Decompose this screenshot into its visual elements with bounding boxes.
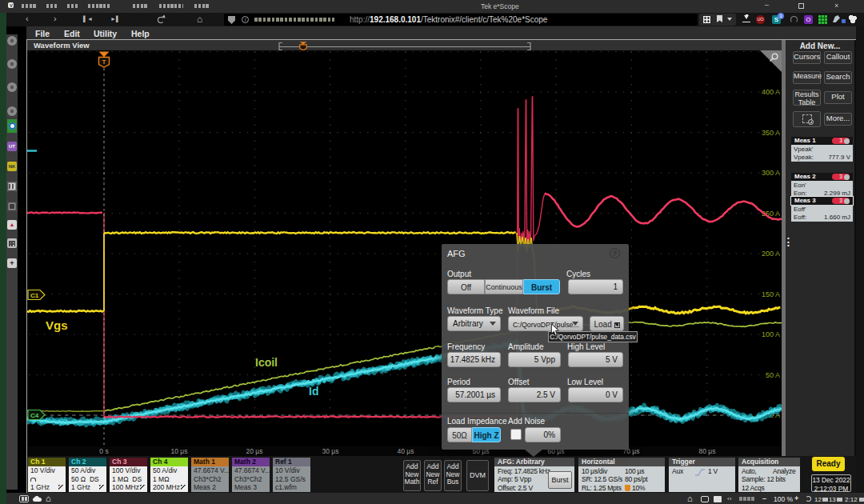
svg-text:Vgs: Vgs (46, 318, 68, 332)
svg-text:C4: C4 (30, 412, 39, 419)
svg-text:300 A: 300 A (762, 169, 780, 177)
svg-text:350 A: 350 A (762, 129, 780, 137)
svg-text:200 A: 200 A (762, 250, 780, 258)
svg-text:Icoil: Icoil (255, 356, 278, 369)
svg-text:T: T (102, 58, 106, 66)
svg-text:150 A: 150 A (762, 290, 780, 298)
svg-text:100 A: 100 A (762, 330, 780, 338)
svg-text:Id: Id (309, 385, 318, 398)
svg-text:C1: C1 (30, 292, 39, 299)
svg-text:50 A: 50 A (766, 371, 780, 379)
svg-text:400 A: 400 A (762, 88, 780, 96)
